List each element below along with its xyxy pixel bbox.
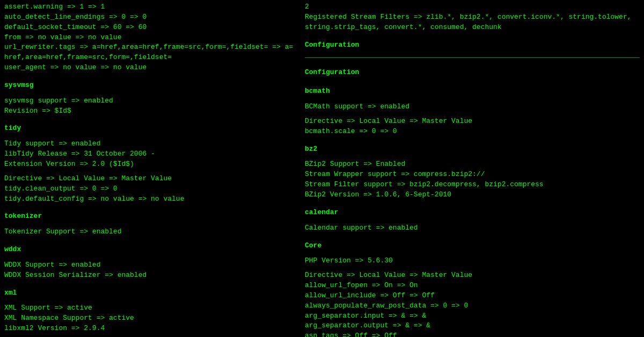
spacer xyxy=(305,266,640,270)
spacer xyxy=(4,334,296,337)
section-header: Core xyxy=(305,241,640,251)
section-header: sysvmsg xyxy=(4,80,296,91)
section-header: bz2 xyxy=(305,144,640,155)
info-line: 2 xyxy=(305,2,640,12)
spacer xyxy=(4,256,296,260)
info-line: from => no value => no value xyxy=(4,33,296,43)
spacer xyxy=(4,281,296,285)
info-line: libxml2 Version => 2.9.4 xyxy=(4,324,296,334)
spacer xyxy=(305,233,640,238)
info-line: auto_detect_line_endings => 0 => 0 xyxy=(4,12,296,23)
spacer xyxy=(305,98,640,102)
spacer xyxy=(305,137,640,141)
info-line: Tidy support => enabled xyxy=(4,139,296,149)
info-line: url_rewriter.tags => a=href,area=href,fr… xyxy=(4,42,296,63)
spacer xyxy=(4,223,296,227)
spacer xyxy=(305,252,640,256)
info-line: default_socket_timeout => 60 => 60 xyxy=(4,23,296,33)
info-line: user_agent => no value => no value xyxy=(4,63,296,73)
info-line: Directive => Local Value => Master Value xyxy=(4,174,296,184)
info-line: XML Namespace Support => active xyxy=(4,313,296,324)
section-header: bcmath xyxy=(305,86,640,97)
info-line: Stream Wrapper support => compress.bzip2… xyxy=(305,170,640,180)
spacer xyxy=(4,170,296,174)
spacer xyxy=(4,116,296,120)
info-line: sysvmsg support => enabled xyxy=(4,96,296,106)
spacer xyxy=(305,155,640,159)
info-line: bcmath.scale => 0 => 0 xyxy=(305,127,640,137)
info-line: Directive => Local Value => Master Value xyxy=(305,116,640,127)
info-line: tidy.default_config => no value => no va… xyxy=(4,194,296,204)
section-header: wddx xyxy=(4,245,296,255)
section-header: Configuration xyxy=(305,40,640,50)
section-header: xml xyxy=(4,288,296,298)
spacer xyxy=(4,92,296,96)
horizontal-divider xyxy=(305,57,640,58)
section-header: tidy xyxy=(4,123,296,134)
info-line: arg_separator.output => & => & xyxy=(305,321,640,331)
info-line: allow_url_fopen => On => On xyxy=(305,281,640,291)
spacer xyxy=(4,237,296,241)
spacer xyxy=(4,135,296,139)
main-container: assert.warning => 1 => 1auto_detect_line… xyxy=(0,0,644,337)
spacer xyxy=(305,60,640,64)
info-line: BCMath support => enabled xyxy=(305,102,640,112)
spacer xyxy=(4,299,296,303)
info-line: libTidy Release => 31 October 2006 - xyxy=(4,149,296,159)
right-column: 2Registered Stream Filters => zlib.*, bz… xyxy=(301,0,644,337)
spacer xyxy=(4,73,296,77)
info-line: Registered Stream Filters => zlib.*, bzi… xyxy=(305,12,640,33)
spacer xyxy=(305,51,640,55)
info-line: Tokenizer Support => enabled xyxy=(4,227,296,237)
info-line: tidy.clean_output => 0 => 0 xyxy=(4,184,296,194)
section-header: tokenizer xyxy=(4,211,296,222)
spacer xyxy=(305,219,640,223)
spacer xyxy=(305,112,640,116)
section-header: Configuration xyxy=(305,68,640,78)
info-line: XML Support => active xyxy=(4,303,296,313)
info-line: arg_separator.input => & => & xyxy=(305,311,640,321)
left-column: assert.warning => 1 => 1auto_detect_line… xyxy=(0,0,301,337)
spacer xyxy=(305,33,640,37)
info-line: Calendar support => enabled xyxy=(305,223,640,233)
spacer xyxy=(305,79,640,83)
info-line: BZip2 Support => Enabled xyxy=(305,159,640,170)
info-line: always_populate_raw_post_data => 0 => 0 xyxy=(305,301,640,311)
info-line: WDDX Session Serializer => enabled xyxy=(4,270,296,281)
info-line: Extension Version => 2.0 ($Id$) xyxy=(4,159,296,170)
info-line: Directive => Local Value => Master Value xyxy=(305,270,640,281)
info-line: BZip2 Version => 1.0.6, 6-Sept-2010 xyxy=(305,190,640,200)
info-line: allow_url_include => Off => Off xyxy=(305,291,640,301)
info-line: WDDX Support => enabled xyxy=(4,260,296,270)
info-line: assert.warning => 1 => 1 xyxy=(4,2,296,12)
spacer xyxy=(4,204,296,208)
info-line: asp_tags => Off => Off xyxy=(305,331,640,337)
info-line: Stream Filter support => bzip2.decompres… xyxy=(305,180,640,190)
info-line: PHP Version => 5.6.30 xyxy=(305,256,640,266)
spacer xyxy=(305,200,640,204)
section-header: calendar xyxy=(305,208,640,218)
info-line: Revision => $Id$ xyxy=(4,106,296,116)
